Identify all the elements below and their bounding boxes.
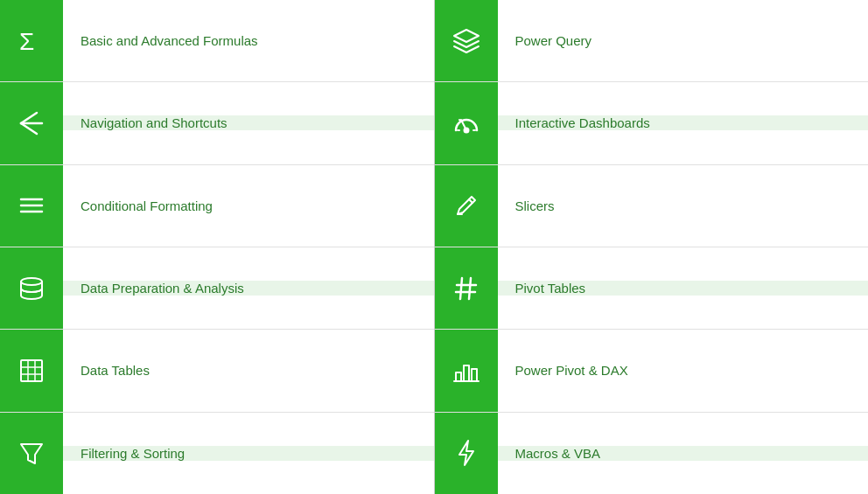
- menu-label-interactive-dashboards: Interactive Dashboards: [498, 115, 869, 130]
- menu-item-pivot-tables[interactable]: Pivot Tables: [435, 247, 869, 330]
- menu-item-filtering-sorting[interactable]: Filtering & Sorting: [0, 413, 434, 494]
- svg-rect-24: [456, 372, 461, 381]
- column-2: Power QueryInteractive DashboardsSlicers…: [435, 0, 869, 494]
- lines-icon: [0, 165, 63, 247]
- menu-item-conditional-formatting[interactable]: Conditional Formatting: [0, 165, 434, 247]
- svg-marker-28: [459, 441, 473, 465]
- menu-item-slicers[interactable]: Slicers: [435, 165, 869, 247]
- menu-label-macros-vba: Macros & VBA: [498, 446, 869, 461]
- sigma-icon: Σ: [0, 0, 63, 81]
- menu-item-power-pivot-dax[interactable]: Power Pivot & DAX: [435, 330, 869, 412]
- menu-label-filtering-sorting: Filtering & Sorting: [63, 446, 434, 461]
- menu-item-basic-formulas[interactable]: ΣBasic and Advanced Formulas: [0, 0, 434, 82]
- menu-item-interactive-dashboards[interactable]: Interactive Dashboards: [435, 82, 869, 164]
- menu-item-data-tables[interactable]: Data Tables: [0, 330, 434, 412]
- svg-line-18: [469, 199, 472, 203]
- menu-item-navigation-shortcuts[interactable]: Navigation and Shortcuts: [0, 82, 434, 164]
- menu-label-pivot-tables: Pivot Tables: [498, 281, 869, 296]
- funnel-icon: [0, 413, 63, 494]
- menu-label-basic-formulas: Basic and Advanced Formulas: [63, 33, 434, 48]
- svg-rect-6: [21, 360, 42, 381]
- menu-label-power-pivot-dax: Power Pivot & DAX: [498, 363, 869, 378]
- svg-line-21: [469, 278, 471, 299]
- svg-point-14: [464, 128, 468, 132]
- menu-label-conditional-formatting: Conditional Formatting: [63, 198, 434, 213]
- menu-item-data-preparation[interactable]: Data Preparation & Analysis: [0, 247, 434, 330]
- svg-marker-12: [454, 30, 479, 42]
- svg-rect-25: [464, 365, 469, 381]
- barchart-icon: [435, 330, 498, 411]
- menu-item-power-query[interactable]: Power Query: [435, 0, 869, 82]
- pencil-icon: [435, 165, 498, 247]
- svg-text:Σ: Σ: [19, 28, 34, 55]
- main-wrapper: ΣBasic and Advanced FormulasNavigation a…: [0, 0, 868, 494]
- svg-line-17: [459, 120, 461, 122]
- arrow-icon: [0, 82, 63, 164]
- hashtag-icon: [435, 247, 498, 329]
- svg-point-5: [21, 278, 42, 285]
- menu-label-slicers: Slicers: [498, 198, 869, 213]
- column-1: ΣBasic and Advanced FormulasNavigation a…: [0, 0, 434, 494]
- grid-icon: [0, 330, 63, 411]
- menu-item-macros-vba[interactable]: Macros & VBA: [435, 413, 869, 494]
- database-icon: [0, 247, 63, 329]
- menu-label-power-query: Power Query: [498, 33, 869, 48]
- svg-rect-26: [472, 369, 477, 381]
- lightning-icon: [435, 413, 498, 494]
- menu-label-navigation-shortcuts: Navigation and Shortcuts: [63, 115, 434, 130]
- menu-label-data-preparation: Data Preparation & Analysis: [63, 281, 434, 296]
- gauge-icon: [435, 82, 498, 164]
- layers-icon: [435, 0, 498, 81]
- svg-line-20: [460, 278, 462, 299]
- menu-label-data-tables: Data Tables: [63, 363, 434, 378]
- svg-marker-11: [21, 444, 42, 463]
